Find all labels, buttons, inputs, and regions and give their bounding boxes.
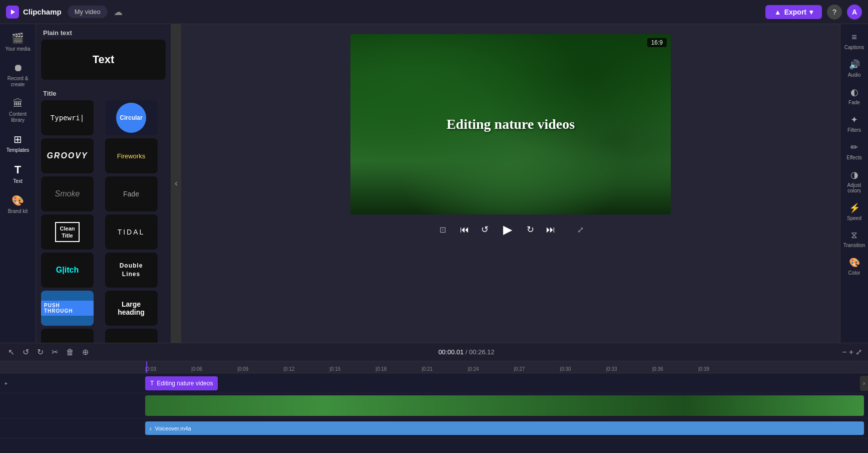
text-track-chip[interactable]: T Editing nature videos [145, 376, 218, 390]
video-overlay-text: Editing nature videos [447, 116, 575, 132]
text-card-tidal[interactable]: TIDAL +Add to timeline [105, 214, 158, 250]
ruler-mark: |0:09 [237, 366, 248, 373]
text-card-outline-shadow[interactable]: Outline Shadow +Add to timeline [41, 329, 94, 343]
rewind-button[interactable]: ⏮ [458, 222, 471, 237]
templates-icon: ⊞ [14, 133, 22, 145]
timecode: 00:00.01 / 00:26.12 [439, 348, 495, 356]
audio-icon: 🔊 [849, 59, 860, 70]
zoom-out-button[interactable]: − [842, 348, 846, 357]
right-sidebar-captions[interactable]: ≡ Captions [841, 28, 867, 54]
text-track-label: ▸ [0, 380, 144, 386]
timeline-area: ↖ ↺ ↻ ✂ 🗑 ⊕ 00:00.01 / 00:26.12 − + ⤢ |0… [0, 343, 868, 453]
video-controls: ⊡ ⏮ ↺ ▶ ↻ ⏭ ⤢ [438, 220, 584, 239]
text-cards-grid: Typewri| +Add to timeline Circular +Add … [36, 100, 171, 343]
title-section-label: Title [36, 85, 171, 100]
ruler-mark: |0:30 [560, 366, 571, 373]
card-label: GROOVY [47, 151, 88, 160]
right-sidebar-audio[interactable]: 🔊 Audio [841, 55, 867, 82]
text-card-glitch[interactable]: G|itch +Add to timeline [41, 253, 94, 288]
text-card-circular[interactable]: Circular +Add to timeline [105, 100, 158, 135]
export-button[interactable]: ▲ Export ▾ [765, 5, 822, 19]
text-card-fade[interactable]: Fade +Add to timeline [105, 176, 158, 211]
transition-icon: ⧖ [851, 230, 857, 241]
text-card-push-through[interactable]: PUSH THROUGH +Add to timeline [41, 291, 94, 326]
card-label: Fireworks [117, 152, 145, 160]
audio-track-content: ♪ Voiceover.m4a [144, 418, 868, 438]
right-sidebar-effects[interactable]: ✏ Effects [841, 138, 867, 164]
sidebar-item-record[interactable]: ⏺ Record & create [2, 58, 34, 92]
playhead[interactable] [146, 361, 147, 373]
sidebar-item-your-media[interactable]: 🎬 Your media [2, 28, 34, 56]
expand-timeline-button[interactable]: ⤢ [855, 347, 862, 357]
media-icon: 🎬 [12, 32, 24, 44]
redo-button[interactable]: ↻ [35, 346, 46, 358]
card-label: G|itch [56, 266, 79, 275]
forward5-button[interactable]: ↻ [525, 222, 536, 237]
text-panel: Plain text Text + Add to timeline Title … [36, 24, 171, 343]
undo-button[interactable]: ↺ [21, 346, 31, 358]
track-right-collapse[interactable]: › [860, 376, 868, 391]
scissors-button[interactable]: ✂ [50, 346, 60, 358]
brand-icon: 🎨 [12, 194, 24, 206]
right-sidebar: ≡ Captions 🔊 Audio ◐ Fade ✦ Filters ✏ Ef… [840, 24, 868, 343]
captions-icon: ≡ [851, 32, 857, 43]
track-collapse-icon[interactable]: ▸ [5, 380, 8, 386]
text-card-clean-title[interactable]: CleanTitle +Add to timeline [41, 214, 94, 250]
select-tool-button[interactable]: ↖ [6, 346, 17, 358]
chevron-down-icon: ▾ [809, 8, 813, 16]
sidebar-item-text[interactable]: T Text [2, 159, 34, 188]
sidebar-item-label: Content library [5, 111, 31, 123]
add-track-button[interactable]: ⊕ [80, 346, 91, 358]
right-sidebar-transition[interactable]: ⧖ Transition [841, 226, 867, 252]
text-card-double-lines[interactable]: DoubleLines +Add to timeline [105, 253, 158, 288]
ruler-mark: |0:33 [606, 366, 617, 373]
main-layout: 🎬 Your media ⏺ Record & create 🏛 Content… [0, 24, 868, 343]
sidebar-item-templates[interactable]: ⊞ Templates [2, 129, 34, 157]
audio-track-bar[interactable]: ♪ Voiceover.m4a [145, 421, 864, 435]
filters-icon: ✦ [850, 114, 858, 125]
card-label: Smoke [55, 189, 80, 198]
sidebar-item-brand-kit[interactable]: 🎨 Brand kit [2, 190, 34, 218]
right-sidebar-speed[interactable]: ⚡ Speed [841, 198, 867, 225]
text-card-typewriter[interactable]: Typewri| +Add to timeline [41, 100, 94, 135]
text-card-fireworks[interactable]: Fireworks +Add to timeline [105, 138, 158, 173]
zoom-in-button[interactable]: + [849, 348, 853, 357]
text-card-quick-peek[interactable]: Quick Peek +Add to timeline [105, 329, 158, 343]
crop-button[interactable]: ⊡ [438, 223, 448, 237]
panel-collapse-button[interactable]: ‹ [171, 24, 181, 343]
sidebar-item-content-library[interactable]: 🏛 Content library [2, 94, 34, 127]
effects-icon: ✏ [850, 142, 858, 153]
sidebar-item-label: Brand kit [8, 208, 28, 214]
right-sidebar-filters[interactable]: ✦ Filters [841, 110, 867, 137]
plain-text-title: Plain text [36, 24, 171, 40]
card-label: Largeheading [118, 300, 145, 316]
skip-button[interactable]: ⏭ [544, 222, 557, 237]
text-track-type-icon: T [150, 380, 154, 387]
right-sidebar-adjust-colors[interactable]: ◑ Adjust colors [841, 165, 867, 197]
right-sidebar-color[interactable]: 🎨 Color [841, 253, 867, 280]
canvas-area: Editing nature videos 16:9 ⊡ ⏮ ↺ ▶ ↻ ⏭ ⤢ [181, 24, 840, 343]
text-card-smoke[interactable]: Smoke +Add to timeline [41, 176, 94, 211]
text-card-text[interactable]: Text + Add to timeline [41, 40, 166, 80]
text-track-row: ▸ T Editing nature videos › [0, 373, 868, 393]
fullscreen-button[interactable]: ⤢ [577, 225, 584, 235]
back5-button[interactable]: ↺ [479, 222, 491, 237]
ruler-mark: |0:15 [329, 366, 340, 373]
logo-icon [6, 6, 19, 19]
video-track-bar[interactable] [145, 395, 864, 416]
right-sidebar-fade[interactable]: ◐ Fade [841, 83, 867, 109]
speed-icon: ⚡ [849, 202, 860, 213]
help-icon[interactable]: ? [827, 5, 842, 20]
ruler-mark: |0:06 [191, 366, 202, 373]
cloud-icon: ☁ [114, 7, 123, 18]
avatar[interactable]: A [847, 5, 862, 20]
text-card-groovy[interactable]: GROOVY +Add to timeline [41, 138, 94, 173]
video-preview: Editing nature videos 16:9 [350, 34, 671, 214]
card-label: Typewri| [51, 114, 84, 122]
ruler-mark: |0:21 [421, 366, 432, 373]
app-logo[interactable]: Clipchamp [6, 6, 62, 19]
play-button[interactable]: ▶ [499, 220, 517, 239]
video-tab[interactable]: My video [68, 6, 108, 18]
delete-button[interactable]: 🗑 [64, 347, 76, 358]
text-card-large-heading[interactable]: Largeheading +Add to timeline [105, 291, 158, 326]
